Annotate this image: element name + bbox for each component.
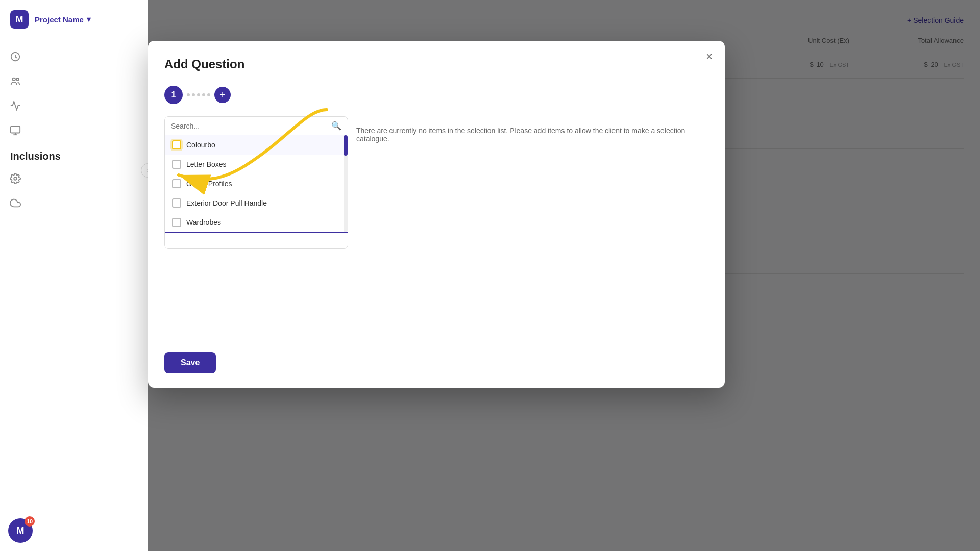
new-item-input-area xyxy=(165,232,348,248)
sidebar-header: M Project Name ▾ xyxy=(0,0,148,39)
sidebar-section-title: Inclusions xyxy=(0,142,148,166)
step-dot-5 xyxy=(207,93,210,96)
notification-avatar[interactable]: M 10 xyxy=(8,518,33,543)
modal-close-button[interactable]: × xyxy=(706,51,713,62)
list-item[interactable]: Letter Boxes xyxy=(165,155,348,174)
nav-cloud-icon[interactable] xyxy=(4,192,27,214)
item-label-letter-boxes: Letter Boxes xyxy=(186,160,227,168)
step-dot-2 xyxy=(192,93,195,96)
modal-title: Add Question xyxy=(164,57,708,71)
checkbox-colourbo[interactable] xyxy=(172,140,181,149)
list-item[interactable]: Colourbo xyxy=(165,135,348,155)
svg-point-2 xyxy=(16,78,19,81)
nav-chart-icon[interactable] xyxy=(4,94,27,117)
svg-point-1 xyxy=(13,78,16,81)
step-add-button[interactable]: + xyxy=(214,87,231,103)
chevron-down-icon: ▾ xyxy=(87,15,91,24)
list-item[interactable]: Gutter Profiles xyxy=(165,174,348,193)
sidebar-bottom: M 10 xyxy=(0,510,148,551)
modal-left-panel: 🔍 Colourbo Letter B xyxy=(164,116,348,249)
no-items-message: There are currently no items in the sele… xyxy=(356,116,708,153)
nav-monitor-icon[interactable] xyxy=(4,119,27,141)
step-dot-4 xyxy=(202,93,205,96)
checkbox-letter-boxes[interactable] xyxy=(172,160,181,169)
svg-point-6 xyxy=(14,177,17,180)
step-dots xyxy=(187,93,210,96)
step-dot-1 xyxy=(187,93,190,96)
nav-settings-icon[interactable] xyxy=(4,167,27,190)
items-list-wrapper: 🔍 Colourbo Letter B xyxy=(164,116,348,249)
list-item[interactable]: Wardrobes xyxy=(165,213,348,232)
project-selector[interactable]: Project Name ▾ xyxy=(35,15,91,24)
save-button[interactable]: Save xyxy=(164,352,216,373)
sidebar: M Project Name ▾ Inclusions xyxy=(0,0,148,551)
search-icon: 🔍 xyxy=(331,121,341,131)
search-input[interactable] xyxy=(171,122,327,130)
scrollbar-thumb[interactable] xyxy=(344,135,348,156)
checkbox-gutter-profiles[interactable] xyxy=(172,179,181,188)
stepper: 1 + xyxy=(164,86,708,104)
sidebar-nav: Inclusions xyxy=(0,39,148,510)
items-list: Colourbo Letter Boxes Gutter Profiles xyxy=(165,135,348,232)
checkbox-exterior-door[interactable] xyxy=(172,198,181,208)
item-label-exterior-door: Exterior Door Pull Handle xyxy=(186,199,267,207)
step-1-circle: 1 xyxy=(164,86,183,104)
item-label-wardrobes: Wardrobes xyxy=(186,218,221,227)
step-dot-3 xyxy=(197,93,200,96)
svg-rect-3 xyxy=(11,127,20,133)
modal-body: 🔍 Colourbo Letter B xyxy=(164,116,708,249)
item-label-colourbo: Colourbo xyxy=(186,141,215,149)
add-question-modal: Add Question × 1 + 🔍 xyxy=(148,41,725,388)
nav-team-icon[interactable] xyxy=(4,70,27,92)
search-bar: 🔍 xyxy=(165,117,348,135)
new-item-input[interactable] xyxy=(171,237,341,245)
item-label-gutter-profiles: Gutter Profiles xyxy=(186,180,232,188)
nav-dashboard-icon[interactable] xyxy=(4,45,27,68)
checkbox-wardrobes[interactable] xyxy=(172,218,181,227)
app-logo[interactable]: M xyxy=(10,10,29,29)
list-item[interactable]: Exterior Door Pull Handle xyxy=(165,193,348,213)
modal-right-panel: There are currently no items in the sele… xyxy=(348,116,708,249)
notification-badge: 10 xyxy=(24,516,35,527)
